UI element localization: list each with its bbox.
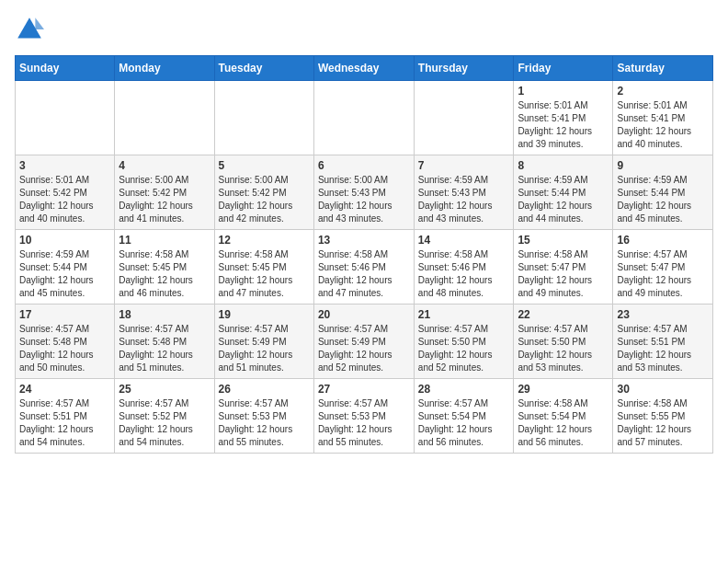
- day-info: Sunrise: 4:58 AM Sunset: 5:45 PM Dayligh…: [219, 248, 310, 300]
- day-number: 3: [19, 159, 110, 172]
- day-number: 13: [318, 234, 410, 247]
- day-info: Sunrise: 5:01 AM Sunset: 5:42 PM Dayligh…: [19, 174, 110, 225]
- calendar-week-1: 1Sunrise: 5:01 AM Sunset: 5:41 PM Daylig…: [16, 81, 713, 155]
- day-number: 1: [518, 85, 609, 98]
- day-number: 18: [119, 308, 210, 321]
- day-number: 22: [518, 308, 609, 321]
- day-number: 20: [318, 308, 410, 321]
- weekday-header-wednesday: Wednesday: [313, 56, 414, 81]
- calendar-cell: 24Sunrise: 4:57 AM Sunset: 5:51 PM Dayli…: [16, 379, 115, 454]
- day-info: Sunrise: 4:58 AM Sunset: 5:55 PM Dayligh…: [617, 397, 709, 449]
- calendar-cell: 13Sunrise: 4:58 AM Sunset: 5:46 PM Dayli…: [313, 230, 414, 304]
- day-info: Sunrise: 4:57 AM Sunset: 5:53 PM Dayligh…: [318, 397, 410, 449]
- calendar-week-4: 17Sunrise: 4:57 AM Sunset: 5:48 PM Dayli…: [16, 304, 713, 379]
- calendar-cell: 30Sunrise: 4:58 AM Sunset: 5:55 PM Dayli…: [613, 379, 713, 454]
- day-number: 23: [617, 308, 709, 321]
- day-info: Sunrise: 4:58 AM Sunset: 5:46 PM Dayligh…: [418, 248, 510, 300]
- calendar-cell: 9Sunrise: 4:59 AM Sunset: 5:44 PM Daylig…: [613, 155, 713, 230]
- calendar-week-3: 10Sunrise: 4:59 AM Sunset: 5:44 PM Dayli…: [16, 230, 713, 304]
- calendar-cell: 26Sunrise: 4:57 AM Sunset: 5:53 PM Dayli…: [214, 379, 313, 454]
- day-number: 27: [318, 383, 410, 396]
- day-number: 8: [518, 159, 609, 172]
- calendar-cell: 6Sunrise: 5:00 AM Sunset: 5:43 PM Daylig…: [313, 155, 414, 230]
- logo: [15, 15, 48, 44]
- day-number: 19: [219, 308, 310, 321]
- day-info: Sunrise: 4:58 AM Sunset: 5:47 PM Dayligh…: [518, 248, 609, 300]
- day-number: 4: [119, 159, 210, 172]
- day-info: Sunrise: 5:01 AM Sunset: 5:41 PM Dayligh…: [518, 99, 609, 151]
- day-info: Sunrise: 4:57 AM Sunset: 5:49 PM Dayligh…: [318, 323, 410, 374]
- calendar-cell: 8Sunrise: 4:59 AM Sunset: 5:44 PM Daylig…: [514, 155, 613, 230]
- day-info: Sunrise: 4:59 AM Sunset: 5:44 PM Dayligh…: [518, 174, 609, 225]
- day-number: 26: [219, 383, 310, 396]
- day-info: Sunrise: 4:57 AM Sunset: 5:50 PM Dayligh…: [518, 323, 609, 374]
- calendar-cell: 16Sunrise: 4:57 AM Sunset: 5:47 PM Dayli…: [613, 230, 713, 304]
- day-number: 29: [518, 383, 609, 396]
- day-info: Sunrise: 5:00 AM Sunset: 5:42 PM Dayligh…: [219, 174, 310, 225]
- calendar-cell: 22Sunrise: 4:57 AM Sunset: 5:50 PM Dayli…: [514, 304, 613, 379]
- calendar-cell: 21Sunrise: 4:57 AM Sunset: 5:50 PM Dayli…: [414, 304, 514, 379]
- day-number: 2: [617, 85, 709, 98]
- weekday-header-tuesday: Tuesday: [214, 56, 313, 81]
- page-header: [15, 15, 713, 44]
- weekday-header-monday: Monday: [115, 56, 214, 81]
- day-info: Sunrise: 4:58 AM Sunset: 5:46 PM Dayligh…: [318, 248, 410, 300]
- day-number: 12: [219, 234, 310, 247]
- calendar-cell: 28Sunrise: 4:57 AM Sunset: 5:54 PM Dayli…: [414, 379, 514, 454]
- calendar-header-row: SundayMondayTuesdayWednesdayThursdayFrid…: [16, 56, 713, 81]
- calendar-cell: 18Sunrise: 4:57 AM Sunset: 5:48 PM Dayli…: [115, 304, 214, 379]
- day-info: Sunrise: 4:57 AM Sunset: 5:49 PM Dayligh…: [219, 323, 310, 374]
- svg-marker-1: [35, 17, 44, 29]
- day-info: Sunrise: 4:57 AM Sunset: 5:48 PM Dayligh…: [19, 323, 110, 374]
- day-info: Sunrise: 5:00 AM Sunset: 5:42 PM Dayligh…: [119, 174, 210, 225]
- day-number: 5: [219, 159, 310, 172]
- weekday-header-sunday: Sunday: [16, 56, 115, 81]
- calendar-cell: 12Sunrise: 4:58 AM Sunset: 5:45 PM Dayli…: [214, 230, 313, 304]
- day-info: Sunrise: 4:57 AM Sunset: 5:47 PM Dayligh…: [617, 248, 709, 300]
- day-info: Sunrise: 5:01 AM Sunset: 5:41 PM Dayligh…: [617, 99, 709, 151]
- day-info: Sunrise: 4:59 AM Sunset: 5:44 PM Dayligh…: [19, 248, 110, 300]
- calendar-cell: 2Sunrise: 5:01 AM Sunset: 5:41 PM Daylig…: [613, 81, 713, 155]
- calendar-cell: 14Sunrise: 4:58 AM Sunset: 5:46 PM Dayli…: [414, 230, 514, 304]
- day-info: Sunrise: 4:57 AM Sunset: 5:50 PM Dayligh…: [418, 323, 510, 374]
- day-info: Sunrise: 4:58 AM Sunset: 5:45 PM Dayligh…: [119, 248, 210, 300]
- day-number: 17: [19, 308, 110, 321]
- weekday-header-thursday: Thursday: [414, 56, 514, 81]
- day-number: 24: [19, 383, 110, 396]
- calendar-cell: 7Sunrise: 4:59 AM Sunset: 5:43 PM Daylig…: [414, 155, 514, 230]
- calendar-cell: 3Sunrise: 5:01 AM Sunset: 5:42 PM Daylig…: [16, 155, 115, 230]
- calendar-cell: [16, 81, 115, 155]
- day-number: 30: [617, 383, 709, 396]
- calendar-cell: 17Sunrise: 4:57 AM Sunset: 5:48 PM Dayli…: [16, 304, 115, 379]
- day-info: Sunrise: 4:57 AM Sunset: 5:54 PM Dayligh…: [418, 397, 510, 449]
- day-info: Sunrise: 4:57 AM Sunset: 5:51 PM Dayligh…: [19, 397, 110, 449]
- logo-icon: [15, 15, 44, 44]
- day-number: 6: [318, 159, 410, 172]
- calendar-cell: 23Sunrise: 4:57 AM Sunset: 5:51 PM Dayli…: [613, 304, 713, 379]
- day-number: 25: [119, 383, 210, 396]
- day-number: 14: [418, 234, 510, 247]
- calendar-cell: 27Sunrise: 4:57 AM Sunset: 5:53 PM Dayli…: [313, 379, 414, 454]
- calendar-cell: [313, 81, 414, 155]
- day-info: Sunrise: 4:59 AM Sunset: 5:44 PM Dayligh…: [617, 174, 709, 225]
- calendar-table: SundayMondayTuesdayWednesdayThursdayFrid…: [15, 55, 713, 454]
- day-info: Sunrise: 4:57 AM Sunset: 5:53 PM Dayligh…: [219, 397, 310, 449]
- calendar-cell: 4Sunrise: 5:00 AM Sunset: 5:42 PM Daylig…: [115, 155, 214, 230]
- day-info: Sunrise: 4:58 AM Sunset: 5:54 PM Dayligh…: [518, 397, 609, 449]
- calendar-cell: [115, 81, 214, 155]
- day-number: 16: [617, 234, 709, 247]
- day-number: 9: [617, 159, 709, 172]
- calendar-cell: 1Sunrise: 5:01 AM Sunset: 5:41 PM Daylig…: [514, 81, 613, 155]
- day-number: 21: [418, 308, 510, 321]
- day-number: 11: [119, 234, 210, 247]
- day-info: Sunrise: 4:57 AM Sunset: 5:51 PM Dayligh…: [617, 323, 709, 374]
- weekday-header-friday: Friday: [514, 56, 613, 81]
- calendar-cell: 15Sunrise: 4:58 AM Sunset: 5:47 PM Dayli…: [514, 230, 613, 304]
- weekday-header-saturday: Saturday: [613, 56, 713, 81]
- day-info: Sunrise: 4:57 AM Sunset: 5:52 PM Dayligh…: [119, 397, 210, 449]
- calendar-cell: [214, 81, 313, 155]
- calendar-week-2: 3Sunrise: 5:01 AM Sunset: 5:42 PM Daylig…: [16, 155, 713, 230]
- day-number: 10: [19, 234, 110, 247]
- calendar-cell: 11Sunrise: 4:58 AM Sunset: 5:45 PM Dayli…: [115, 230, 214, 304]
- calendar-cell: 25Sunrise: 4:57 AM Sunset: 5:52 PM Dayli…: [115, 379, 214, 454]
